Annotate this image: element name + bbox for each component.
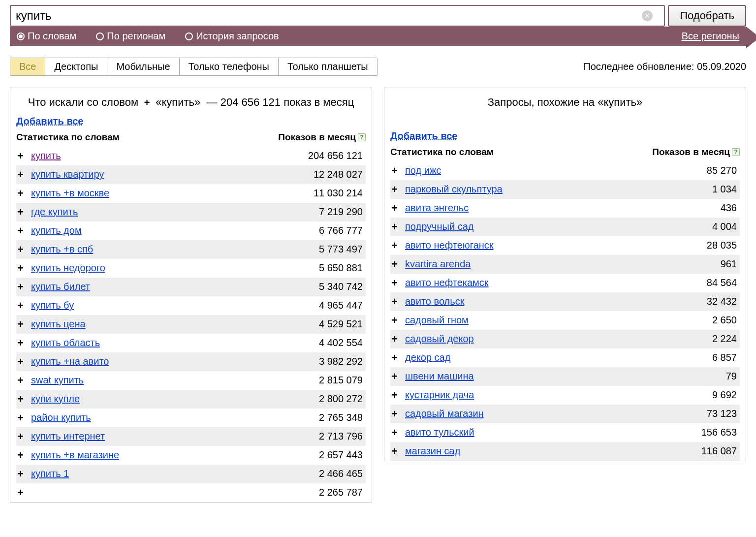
show-count: 4 004 — [712, 221, 737, 232]
keyword-link[interactable]: купить +в магазине — [31, 449, 319, 461]
keyword-link[interactable]: купить дом — [31, 225, 319, 236]
help-icon[interactable]: ? — [732, 148, 740, 156]
add-icon[interactable]: + — [17, 393, 31, 406]
add-icon[interactable]: + — [17, 468, 31, 480]
keyword-link[interactable]: под ижс — [405, 165, 707, 176]
keyword-link[interactable]: купить 1 — [31, 468, 319, 479]
clear-icon[interactable]: ✕ — [642, 10, 653, 21]
add-icon[interactable]: + — [391, 183, 405, 196]
add-icon[interactable]: + — [17, 337, 31, 349]
table-row: +швени машина79 — [390, 367, 740, 386]
filter-by-words[interactable]: По словам — [17, 31, 76, 42]
add-icon[interactable]: + — [391, 351, 405, 364]
keyword-link[interactable]: авито тульский — [405, 427, 701, 438]
add-icon[interactable]: + — [391, 370, 405, 383]
keyword-link[interactable]: подручный сад — [405, 221, 712, 232]
keyword-link[interactable]: садовый гном — [405, 315, 712, 326]
add-all-link[interactable]: Добавить все — [16, 116, 83, 127]
col-header-count: Показов в месяц — [652, 147, 730, 158]
filter-by-regions[interactable]: По регионам — [96, 31, 165, 42]
add-icon[interactable]: + — [17, 224, 31, 237]
tab-tablets[interactable]: Только планшеты — [279, 58, 377, 75]
keyword-link[interactable]: swat купить — [31, 375, 319, 386]
filter-label: По словам — [28, 31, 76, 42]
add-icon[interactable]: + — [17, 168, 31, 181]
add-icon[interactable]: + — [17, 281, 31, 293]
add-all-link[interactable]: Добавить все — [390, 130, 457, 142]
filter-label: По регионам — [107, 31, 165, 42]
show-count: 961 — [721, 258, 737, 270]
add-icon[interactable]: + — [391, 295, 405, 308]
add-icon[interactable]: + — [391, 333, 405, 346]
keyword-link[interactable]: авито нефтеюганск — [405, 240, 707, 251]
keyword-link[interactable]: магазин сад — [405, 445, 701, 457]
add-icon[interactable]: + — [391, 202, 405, 215]
add-icon[interactable]: + — [17, 318, 31, 331]
submit-button[interactable]: Подобрать — [668, 5, 746, 27]
keyword-link[interactable]: kvartira arenda — [405, 258, 721, 270]
add-icon[interactable]: + — [17, 374, 31, 387]
panel-title: Что искали со словом + «купить» — 204 65… — [16, 93, 366, 116]
show-count: 5 650 881 — [319, 262, 363, 274]
tab-all[interactable]: Все — [10, 58, 45, 75]
keyword-link[interactable]: купить недорого — [31, 262, 319, 274]
tab-mobile[interactable]: Мобильные — [107, 58, 179, 75]
keyword-link[interactable]: купить цена — [31, 318, 319, 330]
add-icon[interactable]: + — [17, 486, 31, 499]
col-header-stat: Статистика по словам — [390, 147, 652, 158]
show-count: 2 713 796 — [319, 431, 363, 442]
search-input[interactable] — [10, 5, 665, 27]
add-icon[interactable]: + — [391, 389, 405, 402]
tab-phones[interactable]: Только телефоны — [180, 58, 279, 75]
add-icon[interactable]: + — [17, 150, 31, 162]
keyword-link[interactable]: купить — [31, 150, 308, 161]
keyword-link[interactable]: купить область — [31, 337, 319, 348]
filter-history[interactable]: История запросов — [185, 31, 279, 42]
keyword-link[interactable]: авито вольск — [405, 296, 707, 307]
add-icon[interactable]: + — [391, 258, 405, 271]
add-icon[interactable]: + — [391, 239, 405, 252]
add-icon[interactable]: + — [17, 449, 31, 462]
add-icon[interactable]: + — [17, 355, 31, 368]
keyword-link[interactable]: где купить — [31, 206, 319, 218]
tab-desktops[interactable]: Десктопы — [45, 58, 107, 75]
keyword-link[interactable]: парковый скульптура — [405, 184, 712, 195]
keyword-link[interactable]: швени машина — [405, 371, 726, 382]
add-icon[interactable]: + — [391, 445, 405, 458]
keyword-link[interactable]: купить интернет — [31, 431, 319, 442]
keyword-link[interactable]: район купить — [31, 412, 319, 423]
add-icon[interactable]: + — [391, 314, 405, 327]
add-icon[interactable]: + — [391, 164, 405, 177]
keyword-link[interactable]: купить билет — [31, 281, 319, 292]
keyword-link[interactable]: садовый магазин — [405, 408, 707, 419]
add-icon[interactable]: + — [17, 187, 31, 200]
add-icon[interactable]: + — [391, 221, 405, 233]
keyword-link[interactable]: купить +на авито — [31, 356, 319, 367]
keyword-link[interactable]: декор сад — [405, 352, 712, 363]
table-row: +парковый скульптура1 034 — [390, 180, 740, 199]
keyword-link[interactable]: садовый декор — [405, 333, 712, 345]
help-icon[interactable]: ? — [358, 133, 366, 141]
add-icon[interactable]: + — [17, 262, 31, 275]
filter-label: История запросов — [196, 31, 279, 42]
add-icon[interactable]: + — [17, 243, 31, 256]
keyword-link[interactable]: купить квартиру — [31, 169, 314, 180]
keyword-link[interactable]: авита энгельс — [405, 202, 721, 214]
add-icon[interactable]: + — [17, 206, 31, 219]
table-row: +авито нефтекамск84 564 — [390, 274, 740, 292]
keyword-link[interactable]: купить бу — [31, 300, 319, 311]
keyword-link[interactable]: авито нефтекамск — [405, 277, 707, 288]
all-regions-link[interactable]: Все регионы — [682, 31, 739, 42]
keyword-link[interactable]: кустарник дача — [405, 389, 712, 401]
add-icon[interactable]: + — [391, 277, 405, 289]
add-icon[interactable]: + — [391, 408, 405, 420]
keyword-link[interactable]: купить +в спб — [31, 244, 319, 255]
table-row: +купить +в москве11 030 214 — [16, 184, 366, 203]
add-icon[interactable]: + — [17, 411, 31, 424]
add-icon[interactable]: + — [391, 426, 405, 439]
keyword-link[interactable]: купить +в москве — [31, 188, 314, 199]
add-icon[interactable]: + — [17, 430, 31, 443]
keyword-link[interactable]: купи купле — [31, 393, 319, 405]
show-count: 5 773 497 — [319, 244, 363, 255]
add-icon[interactable]: + — [17, 299, 31, 312]
